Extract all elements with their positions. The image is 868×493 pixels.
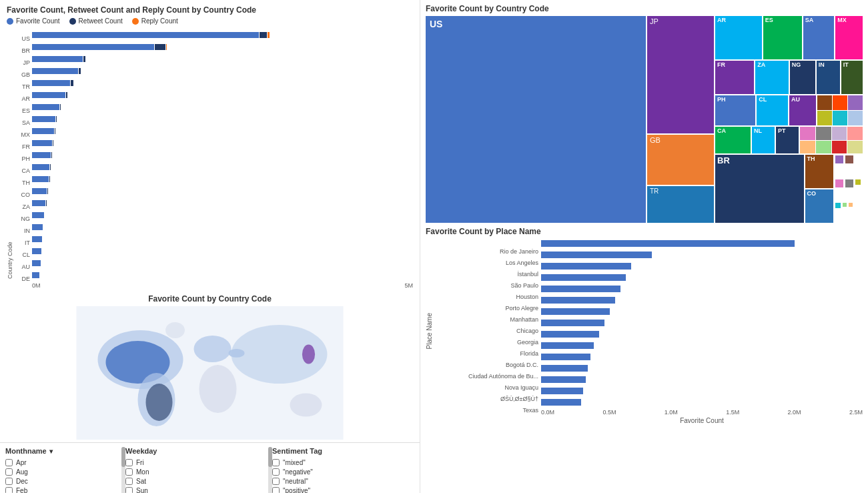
- filter-item-apr[interactable]: Apr: [5, 459, 119, 466]
- place-bar-8: [541, 331, 599, 338]
- treemap-cell-es[interactable]: ES: [763, 16, 802, 59]
- rt-bar-mx: [55, 128, 55, 134]
- checkbox-dec[interactable]: [5, 478, 13, 485]
- monthname-scroll-thumb[interactable]: [121, 447, 125, 467]
- filter-item-sun[interactable]: Sun: [125, 487, 266, 493]
- checkbox-neutral[interactable]: [272, 478, 280, 485]
- filter-item-positive[interactable]: "positive": [272, 487, 414, 493]
- micro-2[interactable]: [845, 155, 853, 163]
- checkbox-apr[interactable]: [5, 459, 13, 466]
- checkbox-positive[interactable]: [272, 487, 280, 493]
- checkbox-fri[interactable]: [125, 459, 133, 466]
- treemap-cell-tr[interactable]: TR: [647, 186, 714, 223]
- treemap-tiny-13[interactable]: [832, 141, 847, 154]
- checkbox-feb[interactable]: [5, 487, 13, 493]
- treemap-cell-sa[interactable]: SA: [803, 16, 835, 59]
- map-title: Favorite Count by Country Code: [7, 294, 413, 304]
- label-fri: Fri: [136, 459, 144, 466]
- treemap-cell-ng[interactable]: NG: [790, 61, 815, 94]
- treemap-tiny-7[interactable]: [800, 127, 815, 140]
- treemap-cell-us[interactable]: US: [426, 16, 646, 223]
- bar-row-jp: [32, 53, 413, 65]
- treemap-tiny-6[interactable]: [848, 111, 863, 125]
- y-label-co: CO: [13, 189, 32, 201]
- treemap-cell-br-right[interactable]: BR: [715, 155, 804, 223]
- place-x-labels: 0.0M 0.5M 1.0M 1.5M 2.0M 2.5M: [541, 409, 863, 416]
- treemap-cell-mx[interactable]: MX: [835, 16, 863, 59]
- treemap-tiny-12[interactable]: [816, 141, 831, 154]
- micro-4[interactable]: [845, 179, 853, 187]
- filter-item-sat[interactable]: Sat: [125, 478, 266, 485]
- treemap-tiny-4[interactable]: [817, 111, 832, 125]
- y-label-sa: SA: [13, 117, 32, 129]
- filter-item-aug[interactable]: Aug: [5, 468, 119, 476]
- place-bar-12: [541, 376, 586, 383]
- weekday-scroll-track[interactable]: [268, 447, 272, 493]
- filter-item-feb[interactable]: Feb: [5, 487, 119, 493]
- fav-bar-mx: [32, 128, 54, 134]
- treemap-tiny-row1: [817, 95, 863, 110]
- fav-bar-gb: [32, 68, 78, 74]
- checkbox-negative[interactable]: [272, 468, 280, 476]
- favorite-count-dot: [7, 18, 13, 25]
- micro-3[interactable]: [835, 179, 843, 187]
- treemap-tiny-1[interactable]: [817, 95, 832, 110]
- treemap-tiny-14[interactable]: [847, 141, 863, 154]
- treemap-cell-in[interactable]: IN: [817, 61, 840, 94]
- weekday-scroll-thumb[interactable]: [268, 447, 272, 467]
- monthname-scroll-track[interactable]: [121, 447, 125, 493]
- label-negative: "negative": [283, 468, 313, 476]
- y-label-ph: PH: [13, 153, 32, 165]
- treemap-cell-ar[interactable]: AR: [715, 16, 762, 59]
- treemap-container: US JP GB TR AR ES SA MX: [426, 16, 863, 223]
- checkbox-mixed[interactable]: [272, 459, 280, 466]
- treemap-cell-it[interactable]: IT: [841, 61, 863, 94]
- filter-item-fri[interactable]: Fri: [125, 459, 266, 466]
- treemap-cell-jp[interactable]: JP: [647, 16, 714, 133]
- micro-5[interactable]: [855, 179, 861, 185]
- treemap-cell-nl[interactable]: NL: [752, 127, 775, 153]
- treemap-cell-ph[interactable]: PH: [715, 95, 755, 125]
- treemap-cell-th[interactable]: TH: [805, 155, 833, 188]
- filter-item-dec[interactable]: Dec: [5, 478, 119, 485]
- treemap-tiny-10[interactable]: [847, 127, 863, 140]
- filter-item-mixed[interactable]: "mixed": [272, 459, 414, 466]
- micro-6[interactable]: [835, 203, 841, 208]
- treemap-cell-fr[interactable]: FR: [715, 61, 754, 94]
- treemap-cell-pt[interactable]: PT: [776, 127, 799, 153]
- label-positive: "positive": [283, 487, 310, 493]
- checkbox-mon[interactable]: [125, 468, 133, 476]
- treemap-cell-co[interactable]: CO: [805, 189, 833, 223]
- right-panel: Favorite Count by Country Code US JP GB …: [420, 0, 868, 493]
- treemap-tiny-11[interactable]: [800, 141, 815, 154]
- filter-item-mon[interactable]: Mon: [125, 468, 266, 476]
- micro-8[interactable]: [849, 203, 853, 207]
- place-label-man: Manhattan: [434, 314, 541, 326]
- checkbox-aug[interactable]: [5, 468, 13, 476]
- checkbox-sat[interactable]: [125, 478, 133, 485]
- treemap-cell-au[interactable]: AU: [789, 95, 816, 125]
- map-container: [7, 306, 413, 440]
- treemap-cell-ca[interactable]: CA: [715, 127, 751, 153]
- treemap-tiny-8[interactable]: [816, 127, 831, 140]
- checkbox-sun[interactable]: [125, 487, 133, 493]
- x-label-2: 2.0M: [788, 409, 801, 416]
- micro-1[interactable]: [835, 155, 843, 163]
- treemap-tiny-5[interactable]: [833, 111, 847, 125]
- legend-favorite-label: Favorite Count: [16, 17, 60, 25]
- y-label-mx: MX: [13, 129, 32, 141]
- treemap-tiny-2[interactable]: [833, 95, 847, 110]
- filter-item-neutral[interactable]: "neutral": [272, 478, 414, 485]
- treemap-cell-za[interactable]: ZA: [755, 61, 789, 94]
- treemap-cell-cl[interactable]: CL: [757, 95, 788, 125]
- filter-item-negative[interactable]: "negative": [272, 468, 414, 476]
- treemap-tiny-9[interactable]: [832, 127, 847, 140]
- bar-row-in: [32, 221, 413, 233]
- bar-row-ng: [32, 209, 413, 221]
- treemap-cell-gb[interactable]: GB: [647, 135, 714, 185]
- y-label-au: AU: [13, 261, 32, 273]
- micro-7[interactable]: [843, 203, 847, 207]
- rt-bar-ph: [51, 152, 52, 158]
- treemap-tiny-3[interactable]: [848, 95, 863, 110]
- chevron-down-icon[interactable]: ▾: [49, 448, 53, 455]
